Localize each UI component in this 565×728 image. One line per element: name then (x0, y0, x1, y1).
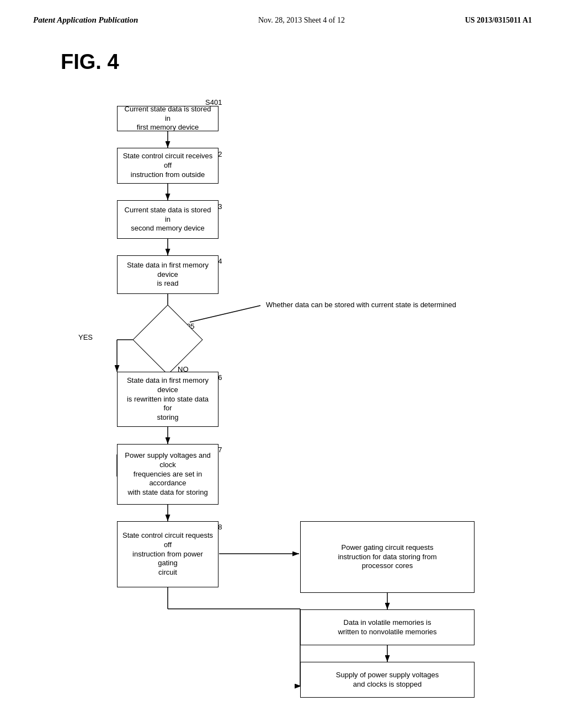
box-s407: Power supply voltages and clock frequenc… (117, 444, 218, 505)
box-s411: Supply of power supply voltages and cloc… (300, 662, 475, 698)
figure-title: FIG. 4 (61, 50, 565, 74)
box-s406: State data in first memory device is rew… (117, 372, 218, 427)
box-s410: Data in volatile memories is written to … (300, 609, 475, 645)
flowchart: S401 Current state data is stored in fir… (45, 90, 520, 703)
box-s402: State control circuit receives off instr… (117, 148, 218, 184)
box-s404: State data in first memory device is rea… (117, 255, 218, 294)
box-s408: State control circuit requests off instr… (117, 521, 218, 587)
header: Patent Application Publication Nov. 28, … (0, 0, 565, 30)
box-s409: Power gating circuit requests instructio… (300, 521, 475, 593)
branch-yes: YES (78, 333, 93, 341)
svg-line-19 (190, 306, 260, 322)
page: Patent Application Publication Nov. 28, … (0, 0, 565, 728)
box-s403: Current state data is stored in second m… (117, 200, 218, 239)
side-note: Whether data can be stored with current … (266, 300, 456, 310)
header-patent: US 2013/0315011 A1 (465, 16, 532, 25)
diamond-s405 (132, 304, 202, 374)
header-date: Nov. 28, 2013 Sheet 4 of 12 (258, 16, 345, 25)
header-publication: Patent Application Publication (33, 15, 138, 25)
box-s401: Current state data is stored in first me… (117, 106, 218, 131)
